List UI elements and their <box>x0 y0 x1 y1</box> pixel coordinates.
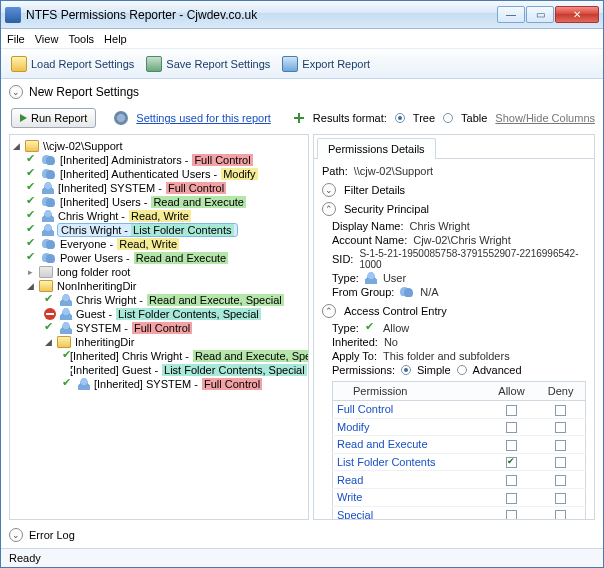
tree-radio[interactable] <box>395 113 405 123</box>
user-icon <box>78 378 90 390</box>
tree-row[interactable]: [Inherited] Authenticated Users - Modify <box>26 167 306 181</box>
chevron-down-icon: ⌄ <box>9 85 23 99</box>
table-row[interactable]: Write <box>333 488 586 506</box>
close-button[interactable]: ✕ <box>555 6 599 23</box>
tree-row[interactable]: [Inherited] Guest - List Folder Contents… <box>62 363 306 377</box>
tree-row[interactable]: [Inherited] Users - Read and Execute <box>26 195 306 209</box>
save-settings-button[interactable]: Save Report Settings <box>140 53 276 75</box>
principal-label: Chris Wright - <box>61 224 131 236</box>
principal-label: [Inherited] Users - <box>60 196 147 208</box>
load-settings-button[interactable]: Load Report Settings <box>5 53 140 75</box>
section-label: Error Log <box>29 529 75 541</box>
show-hide-columns-link[interactable]: Show/Hide Columns <box>495 112 595 124</box>
chevron-icon: ⌄ <box>322 183 336 197</box>
user-icon <box>42 182 54 194</box>
maximize-button[interactable]: ▭ <box>526 6 554 23</box>
expand-icon[interactable] <box>44 338 53 347</box>
run-report-button[interactable]: Run Report <box>11 108 96 128</box>
tree-row[interactable]: Everyone - Read, Write <box>26 237 306 251</box>
deny-checkbox[interactable] <box>555 405 566 416</box>
table-row[interactable]: Modify <box>333 418 586 436</box>
expand-icon[interactable] <box>26 282 35 291</box>
tree-row[interactable]: Chris Wright - Read and Execute, Special <box>44 293 306 307</box>
allow-checkbox[interactable] <box>506 493 517 504</box>
minimize-button[interactable]: — <box>497 6 525 23</box>
group-icon <box>42 154 56 166</box>
allow-checkbox[interactable] <box>506 422 517 433</box>
menu-help[interactable]: Help <box>104 33 127 45</box>
tree-row[interactable]: [Inherited] SYSTEM - Full Control <box>26 181 306 195</box>
tree-row[interactable]: Chris Wright - Read, Write <box>26 209 306 223</box>
menu-file[interactable]: File <box>7 33 25 45</box>
tree-row[interactable]: Guest - List Folder Contents, Special <box>44 307 306 321</box>
allow-checkbox[interactable] <box>506 475 517 486</box>
tab-permissions-details[interactable]: Permissions Details <box>317 138 436 159</box>
group-icon <box>400 286 414 298</box>
group-icon <box>42 168 56 180</box>
details-tabs: Permissions Details <box>314 135 594 159</box>
tree-folder[interactable]: long folder root <box>26 265 306 279</box>
deny-checkbox[interactable] <box>555 475 566 486</box>
deny-checkbox[interactable] <box>555 457 566 468</box>
tree-row[interactable]: Power Users - Read and Execute <box>26 251 306 265</box>
sid-label: SID: <box>332 253 353 265</box>
table-radio[interactable] <box>443 113 453 123</box>
deny-checkbox[interactable] <box>555 510 566 519</box>
table-row[interactable]: Special <box>333 506 586 519</box>
export-report-button[interactable]: Export Report <box>276 53 376 75</box>
principal-label: [Inherited] Administrators - <box>60 154 188 166</box>
principal-label: Power Users - <box>60 252 130 264</box>
chevron-icon: ⌃ <box>322 304 336 318</box>
menu-tools[interactable]: Tools <box>68 33 94 45</box>
deny-checkbox[interactable] <box>555 422 566 433</box>
user-icon <box>60 308 72 320</box>
group-icon <box>42 238 56 250</box>
expand-icon[interactable] <box>26 268 35 277</box>
allow-checkbox[interactable] <box>506 457 517 468</box>
error-log-section[interactable]: ⌄ Error Log <box>1 522 603 548</box>
permission-name: Full Control <box>333 401 487 419</box>
menu-view[interactable]: View <box>35 33 59 45</box>
principal-label: SYSTEM - <box>76 322 128 334</box>
tree-row-selected[interactable]: Chris Wright - List Folder Contents <box>26 223 306 237</box>
toolbar: Load Report Settings Save Report Setting… <box>1 49 603 79</box>
status-bar: Ready <box>1 548 603 567</box>
section-label: New Report Settings <box>29 85 139 99</box>
filter-details-section[interactable]: ⌄Filter Details <box>322 183 586 197</box>
ace-type-label: Type: <box>332 322 359 334</box>
principal-label: Guest - <box>76 308 112 320</box>
display-name-value: Chris Wright <box>410 220 470 232</box>
advanced-radio[interactable] <box>457 365 467 375</box>
allow-checkbox[interactable] <box>506 405 517 416</box>
deny-checkbox[interactable] <box>555 440 566 451</box>
security-principal-section[interactable]: ⌃Security Principal <box>322 202 586 216</box>
tree-row[interactable]: [Inherited] Chris Wright - Read and Exec… <box>62 349 306 363</box>
allow-checkbox[interactable] <box>506 510 517 519</box>
tree-folder[interactable]: NonInheritingDir <box>26 279 306 293</box>
settings-used-link[interactable]: Settings used for this report <box>136 112 271 124</box>
group-icon <box>42 196 56 208</box>
folder-label: NonInheritingDir <box>57 280 136 292</box>
ace-section[interactable]: ⌃Access Control Entry <box>322 304 586 318</box>
folder-label: long folder root <box>57 266 130 278</box>
new-report-section[interactable]: ⌄ New Report Settings <box>1 79 603 105</box>
tree-root[interactable]: \\cjw-02\Support <box>12 139 306 153</box>
tree-pane[interactable]: \\cjw-02\Support [Inherited] Administrat… <box>9 134 309 520</box>
table-row[interactable]: Read <box>333 471 586 489</box>
user-icon <box>42 224 54 236</box>
simple-radio[interactable] <box>401 365 411 375</box>
tree-folder[interactable]: InheritingDir <box>44 335 306 349</box>
table-row[interactable]: Read and Execute <box>333 436 586 454</box>
window-title: NTFS Permissions Reporter - Cjwdev.co.uk <box>26 8 496 22</box>
tree-row[interactable]: [Inherited] Administrators - Full Contro… <box>26 153 306 167</box>
expand-icon[interactable] <box>12 142 21 151</box>
deny-checkbox[interactable] <box>555 493 566 504</box>
allow-checkbox[interactable] <box>506 440 517 451</box>
permission-name: Special <box>333 506 487 519</box>
folder-icon <box>11 56 27 72</box>
tree-row[interactable]: [Inherited] SYSTEM - Full Control <box>62 377 306 391</box>
tree-row[interactable]: SYSTEM - Full Control <box>44 321 306 335</box>
table-row[interactable]: List Folder Contents <box>333 453 586 471</box>
section-label: Filter Details <box>344 184 405 196</box>
table-row[interactable]: Full Control <box>333 401 586 419</box>
